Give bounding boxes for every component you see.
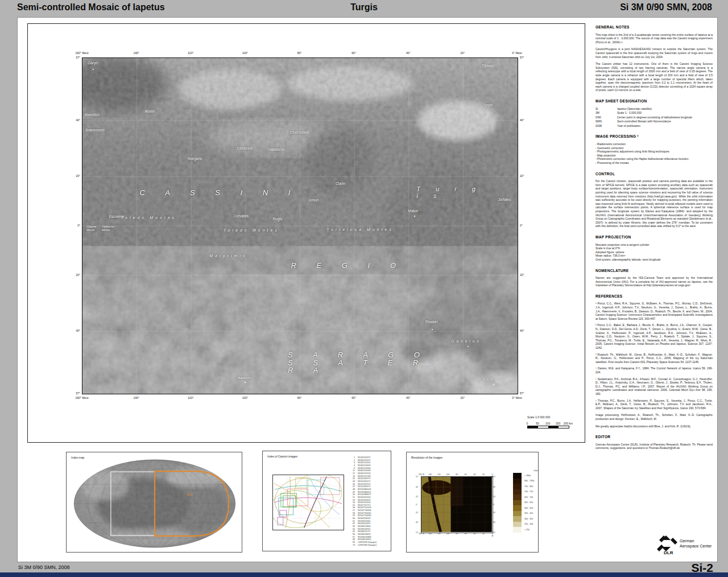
legend-range: 250 - 300 [524, 523, 533, 525]
nomenclature-paragraph: Names are suggested by the ISS-Camera Te… [595, 276, 713, 287]
lat-tick: 40° [520, 329, 524, 332]
references-heading: REFERENCES [595, 295, 713, 299]
lat-tick: 0° [77, 224, 80, 227]
legend-range: 800 - 7800 [524, 480, 534, 482]
res-lon-tick: 120° [437, 473, 441, 476]
image-index-panel: Index of Cassini images [262, 451, 391, 551]
control-paragraph: For the Cassini mission, spacecraft posi… [595, 179, 713, 228]
legend-row: 400 - 450 [513, 505, 538, 511]
res-lon-tick: 20° [482, 533, 485, 535]
res-lat-tick: 20° [416, 496, 419, 498]
res-lon-tick: 140° [429, 533, 432, 535]
designation-row: SMNSemi-controlled Mosaic with Nomenclat… [595, 119, 713, 123]
legend-swatch [513, 527, 522, 533]
image-number: 70 [349, 544, 355, 547]
image-id: C4391948 (Voyager) [358, 544, 377, 547]
legend-row: 700 - 750 [513, 489, 538, 495]
designation-value: Semi-controlled Mosaic with Nomenclature [617, 119, 671, 123]
reference-item: ² Porco, C.C., Baker, E., Barbara, J., B… [595, 323, 713, 349]
reference-item: ⁴ Davies, M.E. and Katayama, F.Y., 1984,… [595, 366, 713, 374]
processing-step: - Photogrammetric adjustment using limb … [595, 150, 713, 154]
legend-row: > 7800 [513, 473, 538, 479]
processing-list: - Radiometric correction- Geometric corr… [595, 142, 713, 165]
image-id-list: 1N14615092572N14615101573N14615124154N14… [349, 456, 389, 546]
mosaic-texture [82, 58, 518, 394]
lon-tick: 20° [461, 396, 465, 399]
credit-line: Image processing: Hoffmeister, A., Roats… [595, 413, 713, 421]
index-map-panel: Index map [66, 452, 242, 553]
lat-tick: 57° [76, 56, 80, 59]
lon-tick: 0° West [512, 396, 522, 399]
resolution-title: Resolution of the images [411, 456, 442, 459]
lon-tick: 160° West [75, 51, 88, 55]
footprint-plot [272, 475, 344, 530]
lon-tick: 80° [297, 396, 302, 399]
legend-swatch [513, 500, 522, 506]
designation-value: Center point in degrees consisting of la… [617, 116, 692, 119]
lon-tick: 120° [188, 396, 193, 399]
legend-row: 750 - 800 [513, 484, 538, 489]
processing-step: - Geometric correction [595, 146, 713, 150]
projection-line: Mean radius: 736.0 km⁶ [595, 254, 713, 258]
legend-row: < 250 [513, 527, 538, 533]
res-lon-tick: 140° [429, 473, 432, 476]
lon-tick: 140° [133, 51, 139, 55]
scale-bar: Scale 1:3 000 000 050100150200 km [527, 415, 590, 428]
lat-tick: 40° [520, 118, 524, 122]
projection-line: Mercator projection onto a tangent cylin… [595, 243, 713, 247]
res-lon-tick: 80° [456, 533, 458, 535]
designation-row: SiIapetus (Saturnian satellite) [595, 107, 713, 111]
res-lat-tick: 0° [493, 504, 495, 506]
legend-row: 250 - 300 [513, 522, 538, 527]
lat-tick: 20° [520, 273, 524, 277]
credit-line: We greatly appreciate helpful discussion… [595, 424, 713, 428]
legend-swatch [513, 511, 522, 517]
res-lat-tick: 0° [416, 504, 417, 506]
reference-item: ¹ Porco, C.C., West, R.A., Squyres, S., … [595, 302, 713, 320]
legend-row: 650 - 700 [513, 494, 538, 500]
scale-bar-segments [527, 426, 569, 428]
bottom-accent-strip [0, 572, 728, 577]
designation-key: 0/90 [595, 116, 617, 119]
designation-key: Si [595, 107, 617, 111]
control-text: For the Cassini mission, spacecraft posi… [595, 179, 713, 228]
legend-row: 450 - 650 [513, 500, 538, 506]
lon-tick: 160° West [75, 396, 88, 399]
designation-value: Iapetus (Saturnian satellite) [617, 107, 652, 111]
lat-tick: 20° [76, 174, 80, 178]
editor-paragraph: German Aerospace Center (DLR), Institute… [595, 443, 713, 450]
scale-tick: 200 km [564, 422, 573, 425]
lon-tick: 0° West [512, 51, 522, 55]
res-lat-tick: 57° [493, 476, 496, 478]
res-lat-tick: 57° [416, 476, 419, 478]
scale-ticks: 050100150200 km [527, 422, 590, 426]
reference-item: ³ Roatsch, Th., Wählisch, M., Giese, B.,… [595, 353, 713, 364]
designation-row: 2008Year of publication [595, 124, 713, 128]
lat-tick: 57° [520, 391, 524, 395]
credits-text: Image processing: Hoffmeister, A., Roats… [595, 413, 713, 428]
lon-tick: 100° [242, 51, 248, 55]
lon-tick: 120° [188, 51, 193, 55]
control-heading: CONTROL [595, 172, 713, 176]
resolution-map: 160° W160° W140°140°120°120°100°100°80°8… [421, 476, 493, 533]
notes-paragraph: This map sheet is the 2nd of a 3-quadran… [595, 33, 713, 44]
map-sheet-page: { "header": { "left": "Semi-controlled M… [0, 0, 728, 577]
legend-range: 650 - 700 [524, 496, 533, 498]
res-lon-tick: 20° [482, 473, 485, 476]
lon-tick: 20° [461, 51, 465, 55]
res-lon-tick: 40° [473, 473, 476, 476]
legend-range: > 7800 [524, 475, 531, 477]
legend-row: 300 - 350 [513, 516, 538, 522]
lat-tick: 40° [76, 329, 80, 332]
footer-designation: Si 3M 0/90 SMN, 2008 [18, 564, 70, 570]
scale-tick: 50 [536, 422, 539, 425]
legend-swatch [513, 522, 522, 527]
editor-heading: EDITOR [595, 435, 713, 439]
dlr-logo: DLR German Aerospace Center [653, 534, 727, 557]
image-index-title: Index of Cassini images [267, 455, 297, 458]
legend-range: 750 - 800 [524, 485, 533, 488]
legend-row: 800 - 7800 [513, 479, 538, 484]
scale-tick: 0 [527, 422, 528, 425]
designation-value: Scale 1 : 3,000,000 [617, 111, 642, 115]
legend-swatch [513, 516, 522, 522]
